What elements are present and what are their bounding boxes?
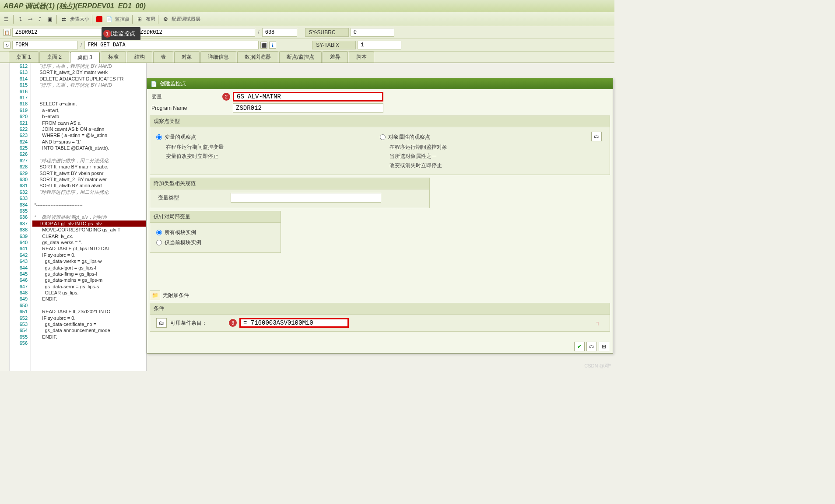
radio-variable[interactable]: 变量的观察点 bbox=[156, 133, 380, 141]
program-icon[interactable]: 📋 bbox=[4, 29, 11, 36]
main-toolbar: ☰ ⤵ ⤻ ⤴ ▣ ⇄ 步骤大小 📄 监控点 ⊞ 布局 ⚙ 配置调试器层 bbox=[0, 12, 614, 26]
watch-type-group: 观察点类型 变量的观察点 在程序运行期间监控变量 变量值改变时立即停止 对 bbox=[150, 116, 610, 175]
tab-11[interactable]: 脚本 bbox=[349, 51, 374, 63]
variable-label: 变量 bbox=[150, 93, 233, 101]
obj-desc-1: 在程序运行期间监控对象 bbox=[389, 144, 603, 151]
event-field[interactable] bbox=[12, 41, 78, 49]
additional-type-group: 附加类型相关规范 变量类型 bbox=[150, 178, 430, 208]
program-name-input[interactable] bbox=[233, 103, 383, 113]
var-type-input[interactable] bbox=[231, 193, 381, 203]
line-field[interactable] bbox=[262, 28, 297, 37]
step-size-icon[interactable]: ⇄ bbox=[60, 15, 68, 24]
dialog-title-icon: 📄 bbox=[151, 81, 157, 87]
event-icon[interactable]: ↻ bbox=[4, 42, 11, 49]
watchpoint-icon[interactable]: 📄 bbox=[105, 15, 113, 24]
event-info-row: ↻ / ⬛ ℹ SY-TABIX bbox=[0, 39, 614, 52]
desktop-tabs: 桌面 1桌面 2桌面 3标准结构表对象详细信息数据浏览器断点/监控点差异脚本 bbox=[0, 52, 614, 63]
line-numbers: 6126136146156166176186196206216226236246… bbox=[10, 63, 31, 371]
condition-label: 可用条件条目： bbox=[170, 319, 236, 327]
dialog-title-text: 创建监控点 bbox=[160, 80, 186, 88]
routine-field[interactable] bbox=[84, 41, 259, 49]
condition-icon[interactable]: 🗂 bbox=[156, 318, 167, 328]
program-field-2[interactable] bbox=[137, 28, 255, 37]
program-info-row: 📋 / / SY-SUBRC bbox=[0, 26, 614, 39]
step-size-label: 步骤大小 bbox=[70, 16, 89, 22]
tab-6[interactable]: 对象 bbox=[174, 51, 200, 63]
subrc-label: SY-SUBRC bbox=[305, 28, 349, 37]
create-watchpoint-dialog: 📄 创建监控点 变量 2 Program Name 观察点类型 bbox=[147, 78, 613, 354]
additional-type-title: 附加类型相关规范 bbox=[150, 178, 429, 189]
tab-1[interactable]: 桌面 2 bbox=[39, 51, 69, 63]
variable-input[interactable] bbox=[233, 92, 383, 102]
stop-icon[interactable] bbox=[95, 15, 104, 24]
nav-icon-1[interactable]: ⬛ bbox=[260, 42, 267, 49]
layout-icon[interactable]: ⊞ bbox=[135, 15, 144, 24]
var-desc-2: 变量值改变时立即停止 bbox=[166, 153, 380, 160]
badge-3: 3 bbox=[229, 319, 237, 327]
tabix-label: SY-TABIX bbox=[312, 41, 356, 49]
tab-7[interactable]: 详细信息 bbox=[200, 51, 236, 63]
breakpoint-gutter[interactable] bbox=[0, 63, 10, 371]
object-browse-icon[interactable]: 🗂 bbox=[591, 132, 602, 141]
window-title: ABAP 调试器(1) (独占)(ERPDEV01_ED1_00) bbox=[0, 0, 614, 12]
source-panel: 6126136146156166176186196206216226236246… bbox=[0, 63, 147, 371]
radio-all-modules[interactable]: 所有模块实例 bbox=[156, 229, 274, 236]
tab-2[interactable]: 桌面 3 bbox=[70, 52, 100, 63]
confirm-button[interactable]: ✔ bbox=[574, 342, 585, 351]
obj-desc-2: 当所选对象属性之一 bbox=[389, 153, 603, 160]
radio-cur-input[interactable] bbox=[156, 240, 162, 245]
folder-icon[interactable]: 📁 bbox=[150, 290, 160, 300]
tab-10[interactable]: 差异 bbox=[323, 51, 348, 63]
condition-title: 条件 bbox=[150, 303, 610, 315]
badge-2: 2 bbox=[222, 93, 230, 101]
no-condition-label: 无附加条件 bbox=[163, 292, 189, 299]
config-icon[interactable]: ⚙ bbox=[161, 15, 170, 24]
program-name-label: Program Name bbox=[150, 105, 233, 111]
badge-1: 1 bbox=[103, 30, 111, 38]
tab-0[interactable]: 桌面 1 bbox=[9, 51, 39, 63]
radio-object-input[interactable] bbox=[380, 134, 386, 140]
local-scope-group: 仅针对局部变量 所有模块实例 仅当前模块实例 bbox=[150, 211, 281, 253]
continue-icon[interactable]: ▣ bbox=[45, 15, 54, 24]
watermark: CSDN @邓* bbox=[584, 363, 611, 369]
step-into-icon[interactable]: ⤵ bbox=[16, 15, 25, 24]
condition-group: 条件 🗂 可用条件条目： 3 ┐ bbox=[150, 303, 610, 332]
radio-variable-input[interactable] bbox=[156, 134, 162, 140]
dialog-titlebar: 📄 创建监控点 bbox=[147, 78, 613, 89]
radio-all-input[interactable] bbox=[156, 230, 162, 235]
option-button-2[interactable]: ⊞ bbox=[599, 342, 609, 351]
menu-icon[interactable]: ☰ bbox=[2, 15, 11, 24]
tab-9[interactable]: 断点/监控点 bbox=[279, 51, 322, 63]
option-button-1[interactable]: 🗂 bbox=[586, 342, 597, 351]
var-desc-1: 在程序运行期间监控变量 bbox=[166, 144, 380, 151]
info-icon[interactable]: ℹ bbox=[269, 42, 276, 49]
tab-4[interactable]: 结构 bbox=[127, 51, 152, 63]
tabix-value[interactable] bbox=[358, 41, 401, 49]
tab-5[interactable]: 表 bbox=[153, 51, 173, 63]
layout-label: 布局 bbox=[146, 16, 155, 22]
step-out-icon[interactable]: ⤴ bbox=[35, 15, 44, 24]
obj-desc-3: 改变或消失时立即停止 bbox=[389, 162, 603, 169]
condition-input[interactable] bbox=[239, 318, 349, 328]
tab-8[interactable]: 数据浏览器 bbox=[237, 51, 278, 63]
watch-type-title: 观察点类型 bbox=[150, 116, 610, 127]
code-lines[interactable]: "排序，去重，程序优化 BY HAND SORT lt_atwrt_2 BY m… bbox=[32, 63, 146, 371]
tab-3[interactable]: 标准 bbox=[101, 51, 126, 63]
local-scope-title: 仅针对局部变量 bbox=[150, 211, 281, 223]
config-label: 配置调试器层 bbox=[172, 16, 200, 22]
radio-current-module[interactable]: 仅当前模块实例 bbox=[156, 239, 274, 246]
radio-object[interactable]: 对象属性的观察点 bbox=[380, 133, 603, 141]
step-over-icon[interactable]: ⤻ bbox=[26, 15, 35, 24]
var-type-label: 变量类型 bbox=[156, 194, 231, 202]
watchpoint-label: 监控点 bbox=[115, 16, 130, 22]
subrc-value[interactable] bbox=[351, 28, 394, 37]
